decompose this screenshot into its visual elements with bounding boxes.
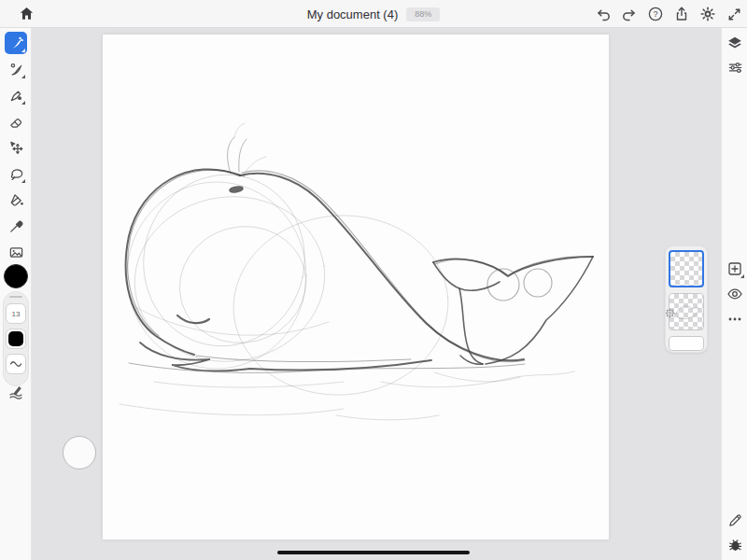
document-title: My document (4) xyxy=(307,7,399,21)
layer-thumbnail-2[interactable] xyxy=(669,293,704,330)
share-icon[interactable] xyxy=(673,6,690,22)
tool-place-image[interactable] xyxy=(5,241,27,263)
whale-sketch xyxy=(103,35,609,539)
left-toolbar: 13 xyxy=(0,28,32,560)
zoom-level-badge[interactable]: 88% xyxy=(406,7,440,21)
smoothing-tile[interactable] xyxy=(6,354,26,374)
svg-text:?: ? xyxy=(653,9,657,19)
help-icon[interactable]: ? xyxy=(647,6,664,22)
tool-vector-brush[interactable] xyxy=(5,84,27,106)
layer-visibility-icon[interactable] xyxy=(726,286,743,302)
flyout-corner xyxy=(21,75,25,78)
tool-move-transform[interactable] xyxy=(5,136,27,159)
wave-icon xyxy=(11,362,21,367)
tool-eyedropper[interactable] xyxy=(5,215,27,237)
canvas[interactable] xyxy=(103,35,609,539)
brush-size-field[interactable]: 13 xyxy=(6,303,26,324)
tool-live-brush[interactable] xyxy=(5,58,27,80)
brush-color-tile[interactable] xyxy=(6,329,26,349)
layer-properties-icon[interactable] xyxy=(726,59,743,76)
home-icon[interactable] xyxy=(18,6,35,22)
redo-icon[interactable] xyxy=(621,6,638,22)
touch-shortcut-button[interactable] xyxy=(63,436,96,469)
fresco-app: My document (4) 88% ? xyxy=(0,0,747,560)
brush-options-panel: 13 xyxy=(3,291,29,386)
right-taskbar xyxy=(721,28,747,560)
layers-icon[interactable] xyxy=(726,35,743,51)
add-layer-icon[interactable] xyxy=(726,260,743,277)
layer-thumbnail-background[interactable] xyxy=(669,336,704,351)
report-bug-icon[interactable] xyxy=(726,536,743,553)
fullscreen-icon[interactable] xyxy=(726,6,742,22)
ipad-home-indicator[interactable] xyxy=(277,551,470,554)
layers-panel xyxy=(665,245,708,353)
panel-drag-handle[interactable] xyxy=(9,296,22,298)
tool-eraser[interactable] xyxy=(5,110,27,133)
pencil-only-mode-icon[interactable] xyxy=(726,511,743,528)
flyout-corner xyxy=(740,274,744,278)
flyout-corner xyxy=(21,179,25,183)
layer-settings-gear-icon[interactable] xyxy=(665,306,676,318)
undo-icon[interactable] xyxy=(595,6,612,22)
tool-pixel-brush[interactable] xyxy=(5,32,27,54)
tool-list xyxy=(0,32,32,263)
tool-fill[interactable] xyxy=(5,189,27,211)
top-bar: My document (4) 88% ? xyxy=(0,0,747,28)
topbar-actions: ? xyxy=(595,0,742,28)
brush-size-value: 13 xyxy=(12,310,21,318)
settings-gear-icon[interactable] xyxy=(699,6,716,22)
tool-lasso-select[interactable] xyxy=(5,162,27,185)
brush-settings-icon[interactable] xyxy=(7,385,24,401)
active-color-swatch[interactable] xyxy=(4,264,28,288)
flyout-corner xyxy=(21,49,25,52)
brush-color-swatch xyxy=(8,331,23,346)
layer-thumbnail-1[interactable] xyxy=(669,250,704,287)
layer-more-options-icon[interactable] xyxy=(726,311,743,328)
flyout-corner xyxy=(21,101,25,105)
